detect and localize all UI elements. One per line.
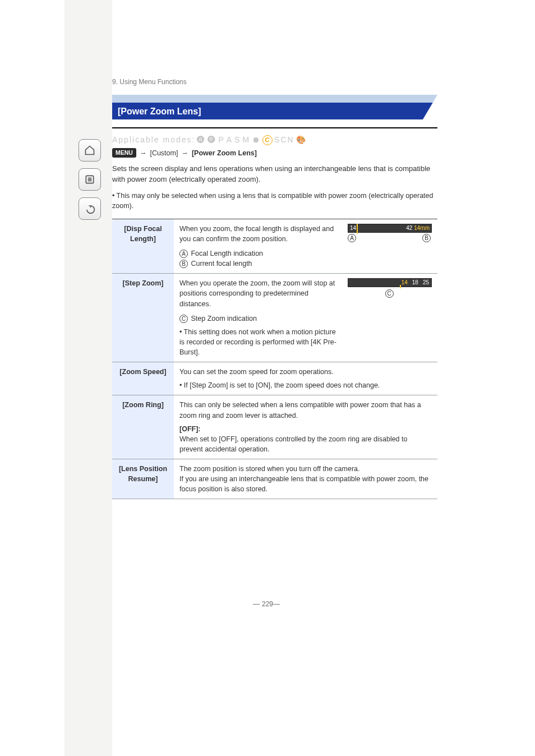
menu-path: MENU → [Custom] → [Power Zoom Lens]	[112, 148, 437, 158]
options-table: [Disp Focal Length] When you zoom, the f…	[112, 219, 437, 500]
step-zoom-graphic: 14 18 25 C	[348, 278, 432, 357]
menu-label: MENU	[112, 148, 136, 158]
opt-desc-extra: If you are using an interchangeable lens…	[179, 474, 432, 494]
opt-desc: When you operate the zoom, the zoom will…	[179, 278, 341, 308]
sidebar-bg	[64, 0, 112, 756]
menu-target: [Power Zoom Lens]	[192, 148, 257, 158]
back-button[interactable]	[79, 197, 101, 220]
page-number: —229—	[253, 600, 282, 609]
opt-label: [Step Zoom]	[112, 274, 174, 362]
applicable-modes: Applicable modes: 🅐🅟PASM⏺ C SCN🎨	[112, 134, 437, 145]
legend-c-text: Step Zoom indication	[191, 315, 256, 322]
intro-note: • This may only be selected when using a…	[112, 191, 437, 211]
fl-current: 14	[414, 225, 420, 231]
toc-button[interactable]	[79, 168, 101, 191]
legend-a-icon: A	[348, 234, 356, 242]
back-icon	[84, 203, 95, 214]
legend-b-icon: B	[179, 260, 188, 268]
opt-label: [Lens Position Resume]	[112, 459, 174, 499]
off-label: [OFF]:	[179, 425, 200, 433]
opt-desc: This can only be selected when a lens co…	[179, 400, 432, 420]
opt-desc: When you zoom, the focal length is displ…	[179, 224, 341, 244]
fl-unit: mm	[420, 225, 430, 231]
opt-note: • If [Step Zoom] is set to [ON], the zoo…	[179, 380, 432, 390]
home-icon	[84, 145, 95, 156]
opt-label: [Zoom Speed]	[112, 362, 174, 395]
opt-desc: The zoom position is stored when you tur…	[179, 464, 432, 474]
legend-b-text: Current focal length	[191, 260, 252, 268]
legend-b-icon: B	[422, 234, 431, 242]
table-row: [Zoom Speed] You can set the zoom speed …	[112, 362, 437, 395]
legend-a-text: Focal Length indication	[191, 250, 263, 257]
custom-mode-icon: C	[262, 135, 273, 145]
side-nav	[79, 139, 101, 220]
focal-length-graphic: 14 42 14mm A B	[348, 224, 432, 269]
menu-custom: [Custom]	[150, 148, 178, 158]
breadcrumb: 9. Using Menu Functions	[112, 77, 437, 87]
table-row: [Step Zoom] When you operate the zoom, t…	[112, 274, 437, 362]
table-row: [Zoom Ring] This can only be selected wh…	[112, 395, 437, 459]
table-row: [Disp Focal Length] When you zoom, the f…	[112, 219, 437, 274]
table-row: [Lens Position Resume] The zoom position…	[112, 459, 437, 499]
home-button[interactable]	[79, 139, 101, 162]
section-title: [Power Zoom Lens]	[118, 105, 201, 118]
fl-min: 14	[350, 224, 356, 233]
arrow-icon: →	[181, 148, 188, 158]
opt-desc: You can set the zoom speed for zoom oper…	[179, 367, 432, 377]
fl-max: 42	[406, 225, 412, 231]
divider	[112, 127, 437, 128]
legend-c-icon: C	[179, 315, 188, 323]
section-title-bar: [Power Zoom Lens]	[112, 95, 437, 119]
opt-label: [Zoom Ring]	[112, 395, 174, 459]
main-content: 9. Using Menu Functions [Power Zoom Lens…	[112, 0, 437, 499]
arrow-icon: →	[140, 148, 147, 158]
opt-desc-off: When set to [OFF], operations controlled…	[179, 434, 432, 454]
legend-c-icon: C	[385, 289, 394, 298]
opt-label: [Disp Focal Length]	[112, 219, 174, 274]
list-icon	[84, 174, 95, 185]
legend-a-icon: A	[179, 250, 188, 258]
step-val-1: 18	[412, 279, 418, 287]
opt-note: • This setting does not work when a moti…	[179, 327, 341, 357]
step-val-0: 14	[402, 279, 408, 287]
intro-text: Sets the screen display and lens operati…	[112, 164, 437, 185]
step-val-2: 25	[423, 279, 429, 287]
